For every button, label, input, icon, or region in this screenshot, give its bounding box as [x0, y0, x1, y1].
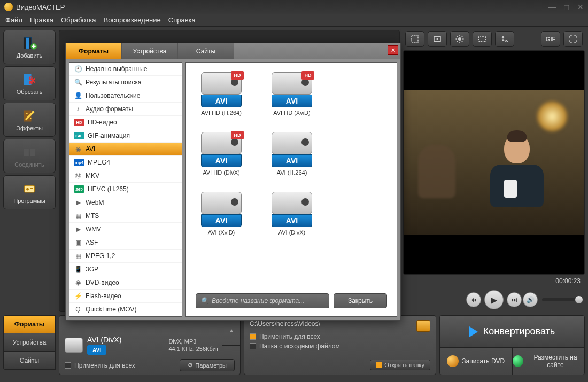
- format-card[interactable]: AVIAVI (XviD): [197, 192, 246, 236]
- burn-dvd-button[interactable]: Записать DVD: [440, 348, 513, 375]
- format-card[interactable]: HDAVIAVI HD (XviD): [267, 72, 316, 116]
- format-card[interactable]: AVIAVI (DivX): [267, 192, 316, 236]
- convert-button[interactable]: Конвертировать: [440, 316, 584, 348]
- speed-icon[interactable]: [495, 31, 514, 47]
- volume-icon[interactable]: 🔊: [523, 292, 538, 307]
- avi-badge: AVI: [87, 345, 106, 355]
- programs-button[interactable]: Программы: [3, 175, 56, 209]
- brightness-icon[interactable]: [450, 31, 469, 47]
- join-button[interactable]: Соединить: [3, 139, 56, 173]
- wand-sparkle-icon: [21, 108, 38, 123]
- category-item[interactable]: ▶WebM: [69, 196, 182, 209]
- gif-button[interactable]: GIF: [541, 31, 560, 47]
- action-box: Конвертировать Записать DVD Разместить н…: [439, 315, 585, 375]
- format-apply-all-label: Применить для всех: [74, 362, 135, 369]
- category-item[interactable]: QQuickTime (MOV): [69, 303, 182, 316]
- format-card[interactable]: HDAVIAVI HD (H.264): [197, 72, 246, 116]
- svg-point-9: [26, 113, 27, 114]
- category-item[interactable]: ▶WMV: [69, 223, 182, 236]
- popup-close-button[interactable]: Закрыть: [334, 293, 387, 308]
- popup-tab-sites[interactable]: Сайты: [178, 43, 234, 59]
- output-path-box: C:\Users\heiress\Videos\ Применить для в…: [244, 315, 436, 375]
- volume-slider[interactable]: [542, 298, 579, 301]
- publish-web-button[interactable]: Разместить на сайте: [513, 348, 585, 375]
- close-window-icon[interactable]: ✕: [577, 3, 584, 11]
- menu-edit[interactable]: Правка: [30, 16, 53, 24]
- bottom-tab-devices[interactable]: Устройства: [3, 333, 56, 352]
- open-folder-button[interactable]: Открыть папку: [370, 360, 430, 370]
- category-item[interactable]: 📱3GP: [69, 263, 182, 276]
- fullscreen-icon[interactable]: [563, 31, 583, 47]
- bottom-tab-formats[interactable]: Форматы: [3, 315, 56, 333]
- playback-controls: ⏮ ▶ ⏭ 🔊: [403, 287, 585, 312]
- category-item[interactable]: ⚡Flash-видео: [69, 290, 182, 303]
- play-button[interactable]: ▶: [484, 290, 504, 309]
- path-apply-all-label: Применить для всех: [259, 333, 320, 340]
- tile-icon[interactable]: [473, 31, 492, 47]
- cut-button[interactable]: Обрезать: [3, 66, 56, 100]
- svg-rect-1: [24, 37, 26, 49]
- source-folder-label: Папка с исходным файлом: [259, 342, 340, 350]
- category-item[interactable]: 🕘Недавно выбранные: [69, 63, 182, 76]
- svg-point-21: [502, 36, 505, 39]
- camcorder-icon: [65, 338, 83, 353]
- svg-rect-11: [24, 149, 29, 156]
- category-item[interactable]: ⓂMKV: [69, 169, 182, 183]
- format-apply-all-checkbox[interactable]: [65, 362, 71, 369]
- next-button[interactable]: ⏭: [507, 292, 522, 307]
- window-controls: — ◻ ✕: [548, 3, 584, 11]
- category-item[interactable]: mp4MPEG4: [69, 156, 182, 169]
- category-item[interactable]: ▦MPEG 1,2: [69, 250, 182, 263]
- prev-button[interactable]: ⏮: [466, 292, 481, 307]
- format-card[interactable]: HDAVIAVI HD (DivX): [197, 132, 246, 176]
- params-button[interactable]: ⚙Параметры: [180, 359, 235, 371]
- source-folder-checkbox[interactable]: [250, 343, 256, 349]
- popup-tab-formats[interactable]: Форматы: [66, 43, 122, 59]
- category-item[interactable]: ◉DVD-видео: [69, 276, 182, 290]
- dvd-icon: [447, 355, 459, 367]
- menu-help[interactable]: Справка: [168, 16, 196, 24]
- video-preview[interactable]: [403, 50, 585, 275]
- maximize-icon[interactable]: ◻: [563, 3, 570, 11]
- category-item[interactable]: HDHD-видео: [69, 116, 182, 129]
- category-item[interactable]: ♪Аудио форматы: [69, 103, 182, 116]
- app-title: ВидеоМАСТЕР: [16, 3, 65, 11]
- category-item[interactable]: 👤Пользовательские: [69, 89, 182, 103]
- frame-icon[interactable]: [428, 31, 447, 47]
- path-apply-all-checkbox[interactable]: [250, 333, 256, 340]
- svg-rect-20: [478, 37, 486, 42]
- arrow-right-icon: [469, 326, 478, 337]
- menu-bar: Файл Правка Обработка Воспроизведение Сп…: [0, 14, 588, 27]
- gear-icon: ⚙: [188, 362, 193, 369]
- bottom-tab-sites[interactable]: Сайты: [3, 352, 56, 370]
- menu-process[interactable]: Обработка: [61, 16, 96, 24]
- left-toolbar: Добавить Обрезать Эффекты Соединить Прог…: [3, 30, 56, 312]
- crop-icon[interactable]: [405, 31, 424, 47]
- filmstrip-join-icon: [21, 145, 38, 160]
- menu-file[interactable]: Файл: [5, 16, 22, 24]
- category-item[interactable]: 265HEVC (H.265): [69, 183, 182, 196]
- browse-folder-button[interactable]: [416, 320, 430, 332]
- format-selector[interactable]: AVI (DivX) AVI DivX, MP3 44,1 KHz, 256Кб…: [59, 315, 241, 375]
- popup-close-icon[interactable]: ✕: [388, 45, 398, 55]
- format-card[interactable]: AVIAVI (H.264): [267, 132, 316, 176]
- category-item[interactable]: GIFGIF-анимация: [69, 129, 182, 143]
- titlebar: ВидеоМАСТЕР — ◻ ✕: [0, 0, 588, 14]
- format-search-input[interactable]: 🔍 Введите название формата...: [196, 293, 329, 308]
- popup-tab-devices[interactable]: Устройства: [122, 43, 178, 59]
- effects-button[interactable]: Эффекты: [3, 103, 56, 137]
- menu-playback[interactable]: Воспроизведение: [103, 16, 160, 24]
- globe-icon: [513, 355, 524, 367]
- svg-rect-12: [30, 149, 35, 156]
- category-item[interactable]: ▣ASF: [69, 236, 182, 250]
- category-item[interactable]: ▦MTS: [69, 209, 182, 223]
- category-item[interactable]: ◉AVI: [69, 143, 182, 156]
- minimize-icon[interactable]: —: [548, 3, 556, 11]
- filmstrip-plus-icon: [21, 36, 38, 51]
- category-item[interactable]: 🔍Результаты поиска: [69, 76, 182, 89]
- add-button[interactable]: Добавить: [3, 30, 56, 64]
- popup-category-list: 🕘Недавно выбранные🔍Результаты поиска👤Пол…: [69, 62, 182, 317]
- svg-point-14: [26, 188, 29, 190]
- key-card-icon: [21, 181, 38, 196]
- format-codec: DivX, MP3: [168, 338, 219, 345]
